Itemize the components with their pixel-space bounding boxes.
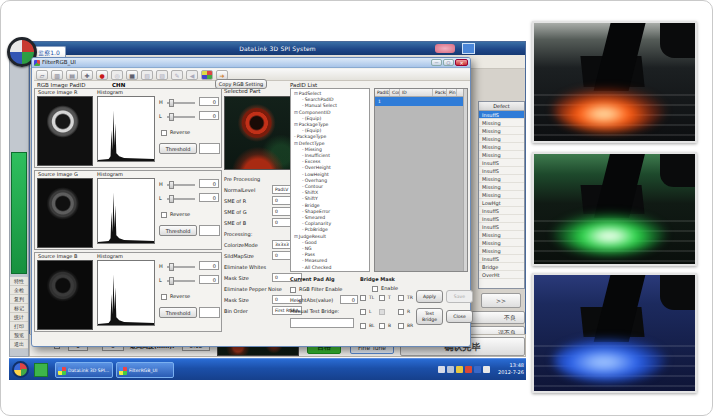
l-value-field[interactable]: 0 bbox=[199, 111, 219, 120]
table-header-cell[interactable]: Pin bbox=[447, 89, 457, 96]
sidebar-item[interactable]: 标记 bbox=[10, 304, 28, 313]
table-header-cell[interactable]: Package bbox=[433, 89, 447, 96]
tree-expander-icon[interactable]: - bbox=[302, 196, 304, 201]
tree-expander-icon[interactable]: - bbox=[302, 246, 304, 251]
quick-launch-icon[interactable] bbox=[34, 363, 48, 377]
tree-expander-icon[interactable]: - bbox=[302, 215, 304, 220]
test-bridge-button[interactable]: Test Bridge bbox=[416, 308, 443, 325]
defect-row[interactable]: InsuffS bbox=[479, 111, 524, 119]
taskbar-clock[interactable]: 13:48 2012-7-26 bbox=[498, 362, 524, 376]
sidebar-item[interactable]: 全检 bbox=[10, 286, 28, 295]
tree-expander-icon[interactable]: ⊟ bbox=[294, 141, 298, 146]
defect-row[interactable]: Missing bbox=[479, 143, 524, 151]
bridge-cell-checkbox[interactable] bbox=[398, 295, 404, 301]
h-slider[interactable] bbox=[167, 266, 195, 268]
taskbar-task-button[interactable]: DataLink 3D SPI... bbox=[55, 362, 113, 378]
bridge-cell-checkbox[interactable] bbox=[360, 309, 366, 315]
more-button[interactable]: >> bbox=[481, 293, 521, 308]
h-value-field[interactable]: 0 bbox=[199, 179, 219, 188]
bridge-cell-checkbox[interactable] bbox=[398, 309, 404, 315]
tree-expander-icon[interactable]: - bbox=[302, 190, 304, 195]
close-button[interactable]: Close bbox=[446, 310, 473, 323]
bridge-cell-checkbox[interactable] bbox=[379, 295, 385, 301]
defect-row[interactable]: Missing bbox=[479, 135, 524, 143]
threshold-button[interactable]: Threshold bbox=[159, 307, 197, 318]
toolbar-icon[interactable]: ▤ bbox=[66, 70, 78, 80]
maximize-button[interactable]: ▢ bbox=[443, 59, 454, 66]
tree-expander-icon[interactable]: - bbox=[302, 221, 304, 226]
bridge-mask-cell[interactable]: R bbox=[398, 309, 417, 323]
tray-icon[interactable] bbox=[438, 366, 445, 373]
defect-row[interactable]: Missing bbox=[479, 191, 524, 199]
table-header-cell[interactable]: PadID bbox=[375, 89, 390, 96]
tree-expander-icon[interactable]: - bbox=[302, 184, 304, 189]
tray-icon[interactable] bbox=[474, 366, 481, 373]
tree-expander-icon[interactable]: - bbox=[302, 265, 304, 270]
window-control-button[interactable] bbox=[462, 43, 475, 54]
defect-row[interactable]: Missing bbox=[479, 247, 524, 255]
defect-row[interactable]: Missing bbox=[479, 151, 524, 159]
tree-expander-icon[interactable]: - bbox=[302, 172, 304, 177]
tree-expander-icon[interactable]: ⊟ bbox=[294, 234, 298, 239]
tree-expander-icon[interactable]: - bbox=[302, 252, 304, 257]
defect-row[interactable]: InsuffS bbox=[479, 159, 524, 167]
rgb-filter-checkbox[interactable] bbox=[290, 287, 296, 293]
defect-row[interactable]: OverHt bbox=[479, 271, 524, 279]
bridge-cell-checkbox[interactable] bbox=[379, 309, 385, 315]
close-icon[interactable]: ✕ bbox=[455, 59, 468, 66]
defect-row[interactable]: Missing bbox=[479, 175, 524, 183]
sidebar-item[interactable]: 退出 bbox=[10, 340, 28, 349]
tree-expander-icon[interactable]: - bbox=[302, 159, 304, 164]
l-slider[interactable] bbox=[167, 116, 195, 118]
tree-expander-icon[interactable]: - bbox=[302, 240, 304, 245]
defect-row[interactable]: LowHgt bbox=[479, 199, 524, 207]
bridge-cell-checkbox[interactable] bbox=[360, 295, 366, 301]
table-header-cell[interactable]: Comp bbox=[390, 89, 400, 96]
tree-expander-icon[interactable]: - bbox=[302, 165, 304, 170]
bridge-mask-cell[interactable]: BR bbox=[398, 323, 417, 337]
tree-expander-icon[interactable]: - bbox=[302, 128, 304, 133]
reverse-checkbox[interactable] bbox=[161, 130, 167, 136]
defect-row[interactable]: Missing bbox=[479, 231, 524, 239]
tree-expander-icon[interactable]: - bbox=[302, 147, 304, 152]
h-value-field[interactable]: 0 bbox=[199, 261, 219, 270]
toolbar-icon[interactable]: ● bbox=[96, 70, 108, 80]
defect-row[interactable]: InsuffS bbox=[479, 255, 524, 263]
toolbar-icon[interactable]: ◎ bbox=[111, 70, 123, 80]
save-button[interactable]: Save bbox=[446, 290, 473, 303]
tree-expander-icon[interactable]: ⊟ bbox=[294, 110, 298, 115]
tree-expander-icon[interactable]: - bbox=[302, 178, 304, 183]
tree-expander-icon[interactable]: - bbox=[302, 97, 304, 102]
tray-icon[interactable] bbox=[456, 366, 463, 373]
h-value-field[interactable]: 0 bbox=[199, 97, 219, 106]
height-abs-field[interactable]: 0 bbox=[340, 295, 358, 304]
minimize-button[interactable]: — bbox=[431, 59, 442, 66]
tree-expander-icon[interactable]: - bbox=[302, 227, 304, 232]
threshold-button[interactable]: Threshold bbox=[159, 143, 197, 154]
l-value-field[interactable]: 0 bbox=[199, 275, 219, 284]
tray-icon[interactable] bbox=[465, 366, 472, 373]
manual-test-bridge-input[interactable] bbox=[290, 318, 354, 328]
defect-row[interactable]: InsuffS bbox=[479, 215, 524, 223]
bridge-mask-cell[interactable]: BL bbox=[360, 323, 379, 337]
defect-list-header[interactable]: Defect bbox=[479, 102, 524, 111]
sidebar-item[interactable]: 复判 bbox=[10, 295, 28, 304]
sidebar-item[interactable]: 特性 bbox=[10, 277, 28, 286]
tree-expander-icon[interactable]: - bbox=[302, 116, 304, 121]
tree-expander-icon[interactable]: - bbox=[302, 103, 304, 108]
bridge-mask-cell[interactable]: T bbox=[379, 295, 398, 309]
toolbar-icon[interactable]: ▱ bbox=[36, 70, 48, 80]
tree-expander-icon[interactable]: - bbox=[302, 203, 304, 208]
defect-row[interactable]: Missing bbox=[479, 127, 524, 135]
sidebar-item[interactable]: 打印 bbox=[10, 322, 28, 331]
threshold-button[interactable]: Threshold bbox=[159, 225, 197, 236]
tree-expander-icon[interactable]: - bbox=[294, 134, 296, 139]
l-slider[interactable] bbox=[167, 280, 195, 282]
threshold-field[interactable] bbox=[199, 225, 220, 236]
bridge-mask-cell[interactable]: B bbox=[379, 323, 398, 337]
tray-icon[interactable] bbox=[447, 366, 454, 373]
sidebar-item[interactable]: 预览 bbox=[10, 331, 28, 340]
tree-item[interactable]: -All Checked bbox=[293, 265, 369, 271]
h-slider[interactable] bbox=[167, 184, 195, 186]
defect-row[interactable]: Missing bbox=[479, 239, 524, 247]
